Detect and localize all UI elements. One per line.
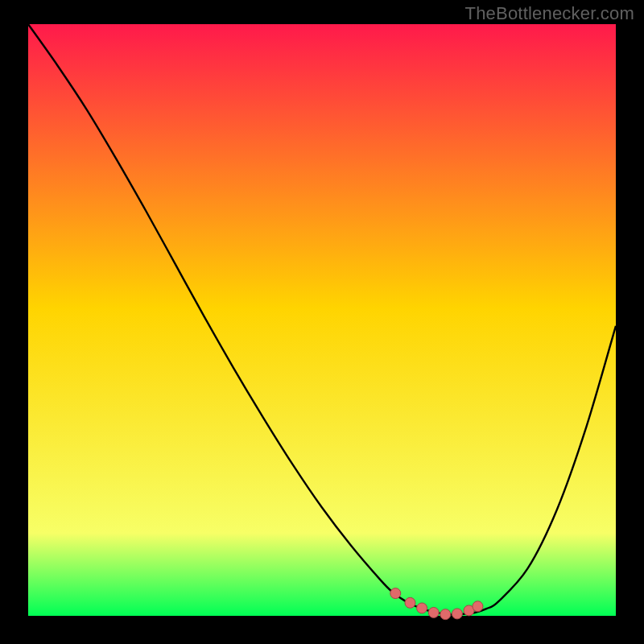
marker-dot xyxy=(452,609,462,619)
plot-background xyxy=(28,24,616,616)
marker-dot xyxy=(417,603,427,613)
marker-dot xyxy=(390,588,401,599)
marker-dot xyxy=(405,597,415,608)
marker-dot xyxy=(440,609,451,620)
attribution-label: TheBottlenecker.com xyxy=(465,3,634,24)
marker-dot xyxy=(428,607,439,617)
bottleneck-chart xyxy=(0,0,644,644)
marker-dot xyxy=(473,601,483,612)
chart-frame: TheBottlenecker.com xyxy=(0,0,644,644)
